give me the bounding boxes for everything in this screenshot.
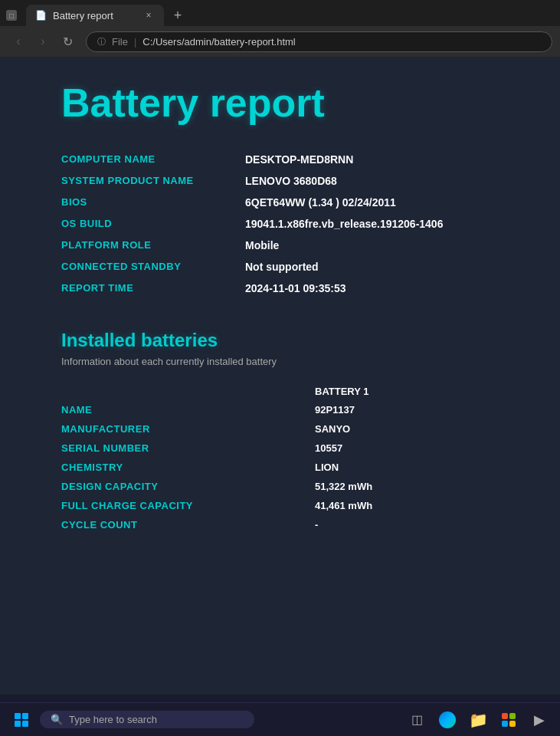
battery-data-row: CHEMISTRY LION xyxy=(61,458,514,477)
store-icon xyxy=(502,713,516,727)
extra-icon[interactable]: ▶ xyxy=(525,706,554,734)
system-info-table: COMPUTER NAME DESKTOP-MED8RNN SYSTEM PRO… xyxy=(61,149,514,299)
nav-buttons: ‹ › ↻ xyxy=(8,31,78,52)
forward-icon: › xyxy=(41,34,44,48)
battery-field-value: 10557 xyxy=(315,442,514,454)
battery-data-row: CYCLE COUNT - xyxy=(61,515,514,534)
info-row: PLATFORM ROLE Mobile xyxy=(61,235,514,256)
tab-title: Battery report xyxy=(53,10,136,21)
battery-field-value: - xyxy=(315,519,514,531)
search-icon: 🔍 xyxy=(51,714,63,725)
page-content: Battery report COMPUTER NAME DESKTOP-MED… xyxy=(0,57,560,695)
info-label: CONNECTED STANDBY xyxy=(61,261,230,273)
info-label: PLATFORM ROLE xyxy=(61,239,230,251)
info-row: REPORT TIME 2024-11-01 09:35:53 xyxy=(61,278,514,299)
info-value: 2024-11-01 09:35:53 xyxy=(245,282,346,294)
address-url: C:/Users/admin/battery-report.html xyxy=(142,36,295,48)
info-value: DESKTOP-MED8RNN xyxy=(245,153,353,166)
forward-button[interactable]: › xyxy=(32,31,54,52)
taskbar-icons: ◫ 📁 ▶ xyxy=(402,706,554,734)
window-control-min[interactable]: □ xyxy=(6,10,17,21)
edge-browser-icon[interactable] xyxy=(433,706,462,734)
info-label: BIOS xyxy=(61,196,230,209)
address-scheme: File xyxy=(112,36,128,48)
info-value: Mobile xyxy=(245,239,279,251)
windows-icon xyxy=(15,713,28,727)
battery-field-label: MANUFACTURER xyxy=(61,423,315,435)
info-label: REPORT TIME xyxy=(61,282,230,294)
tab-bar: □ 📄 Battery report × + xyxy=(0,0,560,26)
battery-data-row: DESIGN CAPACITY 51,322 mWh xyxy=(61,477,514,496)
battery-data-row: NAME 92P1137 xyxy=(61,400,514,419)
browser-chrome: □ 📄 Battery report × + ‹ › ↻ ⓘ File xyxy=(0,0,560,57)
info-label: COMPUTER NAME xyxy=(61,153,230,166)
new-tab-button[interactable]: + xyxy=(167,5,188,26)
battery-field-label: NAME xyxy=(61,404,315,416)
battery-data-row: MANUFACTURER SANYO xyxy=(61,419,514,439)
tab-close-button[interactable]: × xyxy=(142,9,155,21)
battery-field-value: SANYO xyxy=(315,423,514,435)
search-placeholder: Type here to search xyxy=(69,714,157,725)
battery-header-row: BATTERY 1 xyxy=(61,383,514,400)
info-icon: ⓘ xyxy=(97,36,106,48)
info-label: OS BUILD xyxy=(61,218,230,230)
taskbar-search[interactable]: 🔍 Type here to search xyxy=(40,711,254,728)
edge-icon xyxy=(439,711,456,728)
battery-field-value: 51,322 mWh xyxy=(315,481,514,492)
page-title: Battery report xyxy=(61,80,514,126)
battery-field-label: FULL CHARGE CAPACITY xyxy=(61,500,315,511)
refresh-button[interactable]: ↻ xyxy=(57,31,78,52)
battery-field-label: CYCLE COUNT xyxy=(61,519,315,531)
info-value: Not supported xyxy=(245,261,319,273)
start-button[interactable] xyxy=(6,706,37,734)
info-value: 19041.1.x86fre.vb_release.191206-1406 xyxy=(245,218,443,230)
battery-field-value: LION xyxy=(315,462,514,473)
info-row: SYSTEM PRODUCT NAME LENOVO 3680D68 xyxy=(61,170,514,192)
batteries-section: Installed batteries Information about ea… xyxy=(61,330,514,534)
task-view-icon: ◫ xyxy=(408,711,425,728)
batteries-section-desc: Information about each currently install… xyxy=(61,356,514,367)
address-separator: | xyxy=(134,36,136,48)
battery-data-row: FULL CHARGE CAPACITY 41,461 mWh xyxy=(61,496,514,515)
info-value: LENOVO 3680D68 xyxy=(245,175,337,187)
info-row: CONNECTED STANDBY Not supported xyxy=(61,256,514,278)
info-row: OS BUILD 19041.1.x86fre.vb_release.19120… xyxy=(61,213,514,235)
folder-icon: 📁 xyxy=(469,711,488,729)
info-row: COMPUTER NAME DESKTOP-MED8RNN xyxy=(61,149,514,170)
battery-field-value: 41,461 mWh xyxy=(315,500,514,511)
microsoft-store-button[interactable] xyxy=(494,706,523,734)
battery-field-label: CHEMISTRY xyxy=(61,462,315,473)
batteries-section-title: Installed batteries xyxy=(61,330,514,351)
address-bar: ‹ › ↻ ⓘ File | C:/Users/admin/battery-re… xyxy=(0,26,560,57)
back-icon: ‹ xyxy=(16,34,20,48)
task-view-button[interactable]: ◫ xyxy=(402,706,431,734)
info-label: SYSTEM PRODUCT NAME xyxy=(61,175,230,187)
info-value: 6QET64WW (1.34 ) 02/24/2011 xyxy=(245,196,396,209)
back-button[interactable]: ‹ xyxy=(8,31,29,52)
taskbar: 🔍 Type here to search ◫ 📁 ▶ xyxy=(0,702,560,736)
browser-tab-active[interactable]: 📄 Battery report × xyxy=(26,5,164,26)
tab-page-icon: 📄 xyxy=(35,10,47,21)
address-input[interactable]: ⓘ File | C:/Users/admin/battery-report.h… xyxy=(86,31,552,52)
battery-data-row: SERIAL NUMBER 10557 xyxy=(61,439,514,458)
refresh-icon: ↻ xyxy=(63,34,73,49)
battery-field-label: SERIAL NUMBER xyxy=(61,442,315,454)
battery-table: BATTERY 1 NAME 92P1137 MANUFACTURER SANY… xyxy=(61,383,514,534)
file-explorer-button[interactable]: 📁 xyxy=(463,706,493,734)
battery-col-header: BATTERY 1 xyxy=(315,386,514,397)
battery-field-label: DESIGN CAPACITY xyxy=(61,481,315,492)
extra-app-icon: ▶ xyxy=(534,711,545,728)
battery-field-value: 92P1137 xyxy=(315,404,514,416)
info-row: BIOS 6QET64WW (1.34 ) 02/24/2011 xyxy=(61,192,514,213)
